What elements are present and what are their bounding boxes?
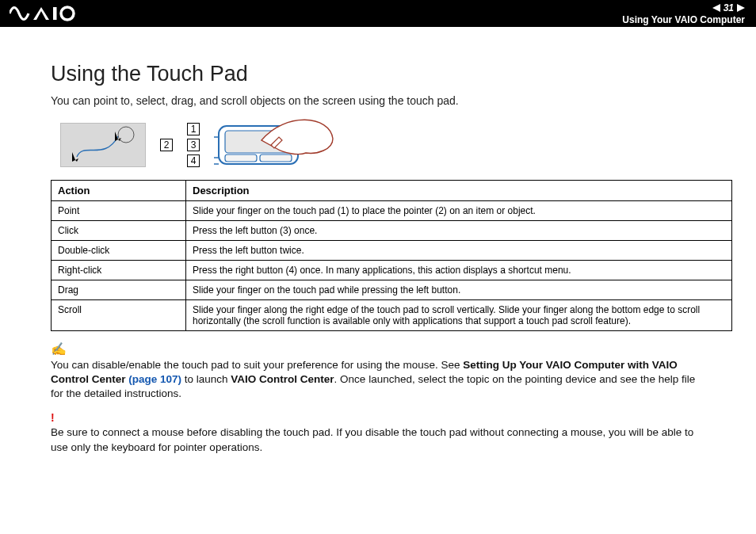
svg-rect-11 [260, 154, 292, 162]
figure-row: 2 1 3 4 [60, 116, 734, 174]
col-description-header: Description [186, 181, 732, 201]
description-cell: Slide your finger on the touch pad (1) t… [186, 201, 732, 221]
page-nav: 31 [712, 2, 745, 13]
callout-1: 1 [187, 123, 200, 135]
page-link[interactable]: (page 107) [128, 373, 181, 385]
description-cell: Slide your finger on the touch pad while… [186, 280, 732, 300]
note-block: ✍ You can disable/enable the touch pad t… [51, 341, 705, 401]
header-section: Using Your VAIO Computer [622, 14, 745, 25]
action-cell: Scroll [52, 300, 186, 331]
header-right: 31 Using Your VAIO Computer [622, 2, 745, 25]
table-row: DragSlide your finger on the touch pad w… [52, 280, 732, 300]
vaio-logo [10, 5, 78, 22]
warning-block: ! Be sure to connect a mouse before disa… [51, 410, 705, 455]
svg-point-2 [61, 7, 74, 20]
note-icon: ✍ [51, 342, 67, 356]
svg-rect-1 [53, 7, 57, 20]
note-text-pre: You can disable/enable the touch pad to … [51, 359, 463, 371]
callout-column: 1 3 4 [187, 123, 200, 167]
table-row: Double-clickPress the left button twice. [52, 241, 732, 261]
actions-table: Action Description PointSlide your finge… [51, 180, 732, 331]
nav-next-icon[interactable] [737, 4, 745, 12]
svg-marker-3 [712, 4, 720, 12]
callout-2: 2 [160, 139, 173, 151]
nav-prev-icon[interactable] [712, 4, 720, 12]
table-header-row: Action Description [52, 181, 732, 201]
svg-point-7 [118, 127, 134, 143]
description-cell: Press the left button (3) once. [186, 221, 732, 241]
action-cell: Right-click [52, 261, 186, 280]
action-cell: Click [52, 221, 186, 241]
description-cell: Press the right button (4) once. In many… [186, 261, 732, 280]
pointer-figure [60, 123, 146, 167]
description-cell: Slide your finger along the right edge o… [186, 300, 732, 331]
table-row: Right-clickPress the right button (4) on… [52, 261, 732, 280]
callout-4: 4 [187, 154, 200, 167]
page-number: 31 [724, 2, 734, 13]
page-title: Using the Touch Pad [51, 62, 734, 86]
warning-icon: ! [51, 411, 55, 424]
svg-marker-5 [72, 152, 78, 162]
callout-3: 3 [187, 139, 200, 151]
note-bold-2: VAIO Control Center [231, 373, 334, 385]
header-bar: 31 Using Your VAIO Computer [0, 0, 756, 27]
warning-text: Be sure to connect a mouse before disabl… [51, 426, 693, 452]
page-content: Using the Touch Pad You can point to, se… [0, 27, 756, 455]
table-row: ScrollSlide your finger along the right … [52, 300, 732, 331]
col-action-header: Action [52, 181, 186, 201]
intro-text: You can point to, select, drag, and scro… [51, 94, 734, 107]
touchpad-figure [214, 116, 337, 174]
table-row: ClickPress the left button (3) once. [52, 221, 732, 241]
table-row: PointSlide your finger on the touch pad … [52, 201, 732, 221]
svg-marker-0 [33, 7, 49, 20]
svg-rect-10 [225, 154, 257, 162]
action-cell: Double-click [52, 241, 186, 261]
svg-marker-4 [737, 4, 745, 12]
action-cell: Point [52, 201, 186, 221]
note-text-mid: to launch [181, 373, 231, 385]
action-cell: Drag [52, 280, 186, 300]
description-cell: Press the left button twice. [186, 241, 732, 261]
